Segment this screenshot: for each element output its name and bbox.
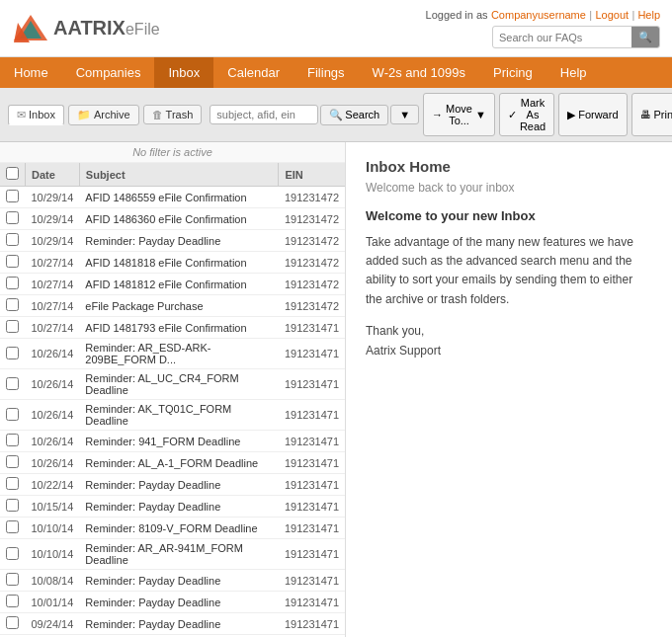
table-row[interactable]: 10/27/14 AFID 1481793 eFile Confirmation… [0, 317, 345, 339]
row-checkbox[interactable] [6, 233, 19, 246]
table-row[interactable]: 10/22/14 Reminder: Payday Deadline 19123… [0, 474, 345, 496]
nav-help[interactable]: Help [546, 57, 601, 88]
table-row[interactable]: 10/27/14 AFID 1481818 eFile Confirmation… [0, 252, 345, 274]
row-checkbox[interactable] [6, 190, 19, 202]
table-row[interactable]: 10/08/14 Reminder: Payday Deadline 19123… [0, 570, 345, 592]
row-date: 10/08/14 [26, 570, 80, 592]
row-checkbox[interactable] [6, 277, 19, 289]
row-checkbox[interactable] [6, 211, 19, 224]
row-checkbox-cell[interactable] [0, 431, 26, 452]
forward-button[interactable]: ▶ Forward [558, 93, 627, 136]
row-checkbox-cell[interactable] [0, 570, 26, 592]
print-icon: 🖶 [640, 109, 651, 120]
row-subject: Reminder: Payday Deadline [79, 474, 279, 496]
row-checkbox[interactable] [6, 455, 19, 468]
search-options-button[interactable]: ▼ [390, 105, 419, 124]
table-row[interactable]: 10/26/14 Reminder: AR_ESD-ARK-209BE_FORM… [0, 339, 345, 369]
help-header-link[interactable]: Help [637, 9, 660, 21]
table-row[interactable]: 10/26/14 Reminder: AL_UC_CR4_FORM Deadli… [0, 369, 345, 400]
row-checkbox[interactable] [6, 298, 19, 311]
ein-header[interactable]: EIN [279, 163, 345, 187]
row-checkbox[interactable] [6, 499, 19, 512]
nav-pricing[interactable]: Pricing [479, 57, 546, 88]
row-checkbox-cell[interactable] [0, 452, 26, 474]
nav-companies[interactable]: Companies [62, 57, 155, 88]
row-checkbox[interactable] [6, 320, 19, 333]
row-subject: Reminder: Payday Deadline [79, 613, 279, 635]
row-ein: 191231471 [279, 452, 345, 474]
row-checkbox-cell[interactable] [0, 474, 26, 496]
table-row[interactable]: 10/26/14 Reminder: 941_FORM Deadline 191… [0, 431, 345, 452]
row-checkbox-cell[interactable] [0, 496, 26, 518]
row-checkbox-cell[interactable] [0, 295, 26, 317]
row-checkbox-cell[interactable] [0, 317, 26, 339]
nav-filings[interactable]: Filings [294, 57, 359, 88]
message-search-button[interactable]: 🔍 Search [320, 105, 388, 125]
row-checkbox-cell[interactable] [0, 339, 26, 369]
table-row[interactable]: 10/26/14 Reminder: AL_A-1_FORM Deadline … [0, 452, 345, 474]
row-checkbox[interactable] [6, 477, 19, 490]
archive-tab[interactable]: 📁 Archive [68, 105, 139, 125]
move-to-button[interactable]: → Move To... ▼ [423, 93, 495, 136]
row-checkbox[interactable] [6, 573, 19, 586]
select-all-checkbox[interactable] [6, 167, 19, 180]
message-table: Date Subject EIN 10/29/14 AFID 1486559 e… [0, 163, 345, 637]
row-checkbox[interactable] [6, 347, 19, 359]
archive-tab-label: Archive [94, 109, 130, 120]
faq-search-button[interactable]: 🔍 [631, 27, 659, 47]
row-checkbox-cell[interactable] [0, 518, 26, 539]
row-checkbox-cell[interactable] [0, 187, 26, 208]
row-date: 10/15/14 [26, 496, 80, 518]
table-row[interactable]: 10/29/14 AFID 1486360 eFile Confirmation… [0, 208, 345, 230]
row-checkbox[interactable] [6, 595, 19, 607]
row-checkbox-cell[interactable] [0, 400, 26, 431]
row-checkbox-cell[interactable] [0, 613, 26, 635]
inbox-tab[interactable]: ✉ Inbox [8, 105, 64, 125]
nav-w2s-1099s[interactable]: W-2s and 1099s [359, 57, 479, 88]
row-checkbox[interactable] [6, 377, 19, 390]
row-checkbox[interactable] [6, 255, 19, 268]
row-ein: 191231471 [279, 339, 345, 369]
table-row[interactable]: 10/01/14 Reminder: Payday Deadline 19123… [0, 592, 345, 613]
row-subject: Reminder: Payday Deadline [79, 592, 279, 613]
move-to-label: Move To... [446, 103, 472, 126]
row-checkbox-cell[interactable] [0, 592, 26, 613]
row-checkbox-cell[interactable] [0, 230, 26, 252]
table-row[interactable]: 10/10/14 Reminder: 8109-V_FORM Deadline … [0, 518, 345, 539]
trash-tab[interactable]: 🗑 Trash [143, 105, 203, 124]
row-ein: 191231472 [279, 295, 345, 317]
mark-read-button[interactable]: ✓ Mark As Read [499, 93, 554, 136]
row-checkbox-cell[interactable] [0, 274, 26, 295]
row-ein: 191231471 [279, 317, 345, 339]
row-checkbox-cell[interactable] [0, 539, 26, 570]
table-row[interactable]: 10/29/14 AFID 1486559 eFile Confirmation… [0, 187, 345, 208]
date-header[interactable]: Date [26, 163, 80, 187]
row-checkbox[interactable] [6, 408, 19, 421]
username-link[interactable]: Companyusername [491, 9, 586, 21]
row-ein: 191231472 [279, 252, 345, 274]
print-button[interactable]: 🖶 Print [631, 93, 672, 136]
table-row[interactable]: 10/10/14 Reminder: AR_AR-941M_FORM Deadl… [0, 539, 345, 570]
row-checkbox[interactable] [6, 520, 19, 533]
faq-search-input[interactable] [493, 29, 631, 46]
message-search-input[interactable] [210, 105, 318, 124]
row-checkbox[interactable] [6, 547, 19, 560]
table-row[interactable]: 10/27/14 AFID 1481812 eFile Confirmation… [0, 274, 345, 295]
table-row[interactable]: 10/26/14 Reminder: AK_TQ01C_FORM Deadlin… [0, 400, 345, 431]
nav-home[interactable]: Home [0, 57, 62, 88]
row-checkbox-cell[interactable] [0, 369, 26, 400]
subject-header[interactable]: Subject [79, 163, 279, 187]
table-row[interactable]: 09/24/14 Reminder: Payday Deadline 19123… [0, 613, 345, 635]
table-row[interactable]: 10/29/14 Reminder: Payday Deadline 19123… [0, 230, 345, 252]
row-date: 10/26/14 [26, 369, 80, 400]
row-checkbox-cell[interactable] [0, 252, 26, 274]
nav-calendar[interactable]: Calendar [213, 57, 294, 88]
table-row[interactable]: 10/27/14 eFile Package Purchase 19123147… [0, 295, 345, 317]
logout-link[interactable]: Logout [595, 9, 629, 21]
row-checkbox[interactable] [6, 616, 19, 629]
nav-inbox[interactable]: Inbox [154, 57, 213, 88]
row-checkbox[interactable] [6, 434, 19, 446]
welcome-body: Take advantage of the many new features … [366, 233, 652, 309]
row-checkbox-cell[interactable] [0, 208, 26, 230]
table-row[interactable]: 10/15/14 Reminder: Payday Deadline 19123… [0, 496, 345, 518]
